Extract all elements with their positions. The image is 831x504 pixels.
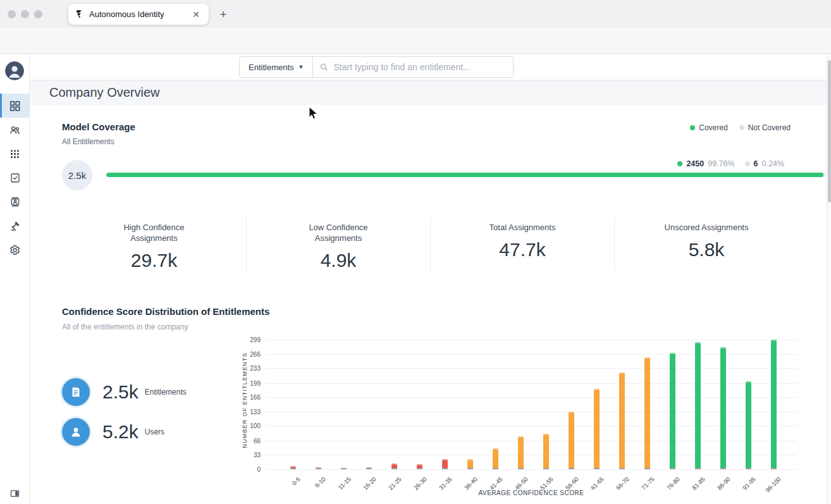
search-box	[313, 57, 513, 77]
users-summary: 5.2k Users	[62, 418, 164, 446]
total-entitlements-bubble: 2.5k	[62, 160, 92, 190]
window-close-button[interactable]	[8, 10, 16, 18]
sidebar-item-tasks[interactable]	[0, 166, 30, 190]
covered-count: 2450	[686, 159, 704, 168]
stats-row: High Confidence Assignments 29.7k Low Co…	[62, 217, 798, 267]
model-coverage-legend: Covered Not Covered	[690, 123, 791, 132]
chart-gridline	[266, 469, 797, 470]
scope-dropdown[interactable]: Entitlements ▼	[240, 57, 313, 77]
bar-base-segment	[493, 468, 498, 469]
not-covered-dot-icon	[739, 125, 744, 130]
bar-base-segment	[366, 468, 372, 469]
y-tick-label: 266	[235, 351, 261, 358]
bar	[569, 412, 574, 469]
bar	[467, 459, 473, 469]
bar	[417, 464, 422, 469]
window-minimize-button[interactable]	[21, 10, 29, 18]
user-avatar[interactable]	[5, 61, 24, 80]
sidebar-item-settings[interactable]	[0, 238, 30, 262]
bar-base-segment	[619, 468, 625, 469]
not-covered-count-stat: 6 0.24%	[745, 159, 784, 168]
bar-column	[280, 340, 305, 469]
browser-toolbar: https://autoid-ui.forgerock.com/company …	[0, 28, 831, 54]
coverage-counts: 2450 99.76% 6 0.24%	[677, 159, 784, 168]
stat-value: 4.9k	[247, 250, 430, 271]
x-tick-label: 6-10	[314, 476, 327, 489]
bar-column	[381, 340, 407, 469]
bar-base-segment	[442, 468, 448, 469]
bar-base-segment	[670, 468, 675, 469]
stat-label: High Confidence Assignments	[107, 222, 202, 243]
window-zoom-button[interactable]	[34, 10, 42, 18]
y-tick-label: 100	[235, 422, 261, 429]
sidebar-item-rules[interactable]	[0, 214, 30, 238]
stat-unscored-assignments: Unscored Assignments 5.8k	[614, 217, 798, 271]
bar-column	[508, 340, 533, 469]
x-tick-label: 11-15	[336, 476, 352, 491]
bar-column	[761, 340, 786, 469]
y-tick-label: 66	[235, 438, 261, 445]
sidebar-item-users[interactable]	[0, 118, 30, 142]
sidebar-item-identities[interactable]	[0, 190, 30, 214]
legend-covered-label: Covered	[699, 123, 727, 132]
bar-column	[356, 340, 381, 469]
bar-column	[609, 340, 634, 469]
search-icon	[319, 63, 328, 71]
stat-label: Unscored Assignments	[659, 222, 754, 233]
bar	[316, 467, 321, 469]
page-scrollbar[interactable]	[827, 54, 831, 504]
legend-item-not-covered[interactable]: Not Covered	[739, 123, 791, 132]
bar-base-segment	[391, 468, 397, 469]
entitlements-summary: 2.5k Entitlements	[62, 378, 187, 406]
bar	[720, 347, 726, 469]
chart-x-axis-title: AVERAGE CONFIDENCE SCORE	[266, 489, 797, 496]
y-tick-label: 133	[235, 409, 261, 415]
bar-base-segment	[518, 468, 524, 469]
search-input[interactable]	[333, 62, 507, 72]
covered-dot-icon	[690, 125, 695, 130]
entitlements-count: 2.5k	[102, 381, 138, 403]
browser-tab[interactable]: Autonomous Identity ✕	[68, 4, 209, 25]
bar-column	[457, 340, 483, 469]
sidebar-item-applications[interactable]	[0, 142, 30, 166]
bar	[442, 459, 448, 469]
bar-base-segment	[771, 468, 777, 469]
stat-value: 5.8k	[615, 239, 798, 261]
entitlements-label: Entitlements	[145, 388, 187, 396]
bar	[695, 342, 701, 469]
covered-count-stat: 2450 99.76%	[677, 159, 734, 168]
bar-column	[736, 340, 761, 469]
page-content: Model Coverage Covered Not Covered All E…	[30, 105, 827, 504]
bar-column	[634, 340, 660, 469]
users-label: Users	[145, 427, 164, 436]
bar-base-segment	[341, 468, 347, 469]
scrollbar-thumb[interactable]	[828, 60, 831, 202]
bar	[341, 468, 347, 469]
bar-column	[584, 340, 609, 469]
stat-label: Low Confidence Assignments	[291, 222, 386, 243]
new-tab-button[interactable]: +	[215, 6, 231, 23]
bar-column	[483, 340, 508, 469]
chevron-down-icon: ▼	[299, 64, 304, 70]
bar	[594, 389, 600, 469]
chart-bars	[280, 340, 786, 469]
sidebar-collapse-toggle[interactable]	[0, 488, 30, 499]
covered-pct: 99.76%	[708, 159, 734, 168]
not-covered-dot-icon	[745, 161, 750, 166]
bar-base-segment	[569, 468, 574, 469]
covered-dot-icon	[677, 161, 682, 166]
bar	[670, 353, 675, 469]
legend-item-covered[interactable]: Covered	[690, 123, 727, 132]
sidebar-item-dashboard[interactable]	[0, 94, 30, 118]
page-title: Company Overview	[49, 85, 160, 100]
y-tick-label: 233	[235, 365, 261, 372]
model-coverage-subtitle: All Entitlements	[62, 137, 114, 146]
bar-base-segment	[543, 468, 549, 469]
bar-column	[660, 340, 685, 469]
bar-column	[432, 340, 457, 469]
tab-close-icon[interactable]: ✕	[190, 8, 202, 21]
browser-tab-bar: Autonomous Identity ✕ +	[0, 0, 831, 28]
not-covered-count: 6	[754, 159, 758, 168]
stat-label: Total Assignments	[475, 222, 570, 233]
y-tick-label: 199	[235, 380, 261, 387]
